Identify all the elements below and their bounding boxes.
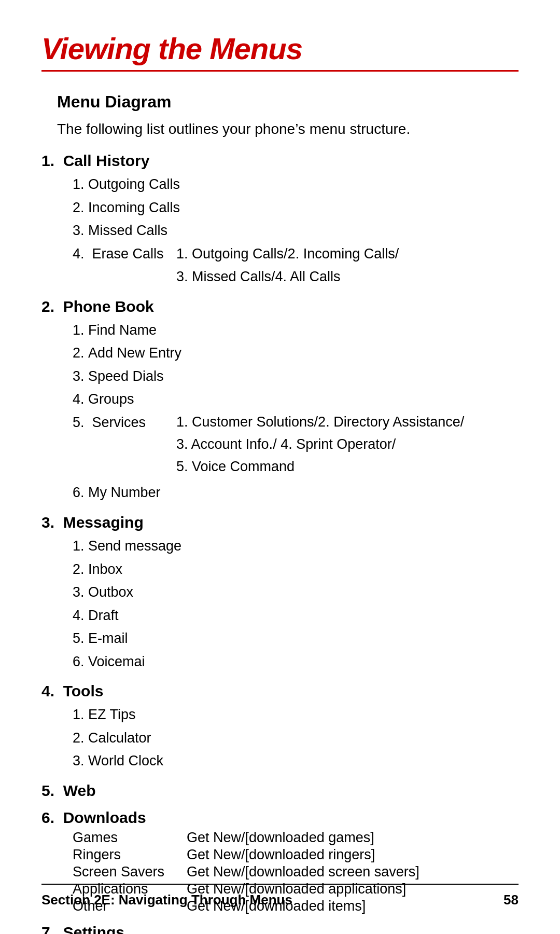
list-item: 4. Draft <box>73 604 519 627</box>
list-item: 1. EZ Tips <box>73 703 519 726</box>
menu-level2-messaging: 1. Send message 2. Inbox 3. Outbox 4. Dr… <box>73 534 519 673</box>
menu-level2-phone-book: 1. Find Name 2. Add New Entry 3. Speed D… <box>73 319 519 504</box>
menu-section-messaging: 3. Messaging 1. Send message 2. Inbox 3.… <box>41 514 519 673</box>
menu-level2-call-history: 1. Outgoing Calls 2. Incoming Calls 3. M… <box>73 173 519 289</box>
list-item: 3. Missed Calls <box>73 219 519 242</box>
list-item: 3. Speed Dials <box>73 365 519 388</box>
menu-level1-header: 5. Web <box>41 782 519 800</box>
title-divider <box>41 70 519 72</box>
list-item: 2. Calculator <box>73 726 519 750</box>
item-label: Incoming Calls <box>88 196 180 219</box>
section-heading: Menu Diagram <box>57 92 519 112</box>
list-item: Screen Savers Get New/[downloaded screen… <box>73 864 519 880</box>
menu-level1-header: 1. Call History <box>41 152 519 170</box>
menu-level1-header: 7. Settings <box>41 924 519 934</box>
item-label: Outgoing Calls <box>88 173 180 196</box>
list-item: 3. World Clock <box>73 749 519 773</box>
menu-section-web: 5. Web <box>41 782 519 800</box>
list-item: 4. Erase Calls 1. Outgoing Calls/2. Inco… <box>73 242 519 289</box>
footer-page-number: 58 <box>503 892 519 908</box>
menu-level2-tools: 1. EZ Tips 2. Calculator 3. World Clock <box>73 703 519 773</box>
list-item: 3. Outbox <box>73 581 519 604</box>
menu-section-settings: 7. Settings 1. Sounds 1. Ringers 1. Voic… <box>41 924 519 934</box>
main-content: Viewing the Menus Menu Diagram The follo… <box>41 31 519 934</box>
list-item: 1. Outgoing Calls <box>73 173 519 196</box>
list-item: 1. Find Name <box>73 319 519 342</box>
list-item: Ringers Get New/[downloaded ringers] <box>73 847 519 863</box>
list-item: 6. My Number <box>73 481 519 504</box>
menu-level1-header: 3. Messaging <box>41 514 519 531</box>
menu-section-call-history: 1. Call History 1. Outgoing Calls 2. Inc… <box>41 152 519 289</box>
list-item: 1. Send message <box>73 534 519 558</box>
page-title: Viewing the Menus <box>41 31 519 66</box>
intro-text: The following list outlines your phone’s… <box>57 121 519 138</box>
footer: Section 2E: Navigating Through Menus 58 <box>41 884 519 908</box>
menu-level1-header: 6. Downloads <box>41 809 519 827</box>
footer-section-label: Section 2E: Navigating Through Menus <box>41 892 292 908</box>
list-item: 5. Services 1. Customer Solutions/2. Dir… <box>73 411 519 478</box>
list-item: 4. Groups <box>73 388 519 411</box>
menu-level1-header: 2. Phone Book <box>41 298 519 315</box>
list-item: 5. E-mail <box>73 627 519 650</box>
list-item: 2. Incoming Calls <box>73 196 519 219</box>
item-label: Missed Calls <box>88 219 167 242</box>
menu-section-tools: 4. Tools 1. EZ Tips 2. Calculator 3. Wor… <box>41 682 519 773</box>
menu-section-phone-book: 2. Phone Book 1. Find Name 2. Add New En… <box>41 298 519 504</box>
menu-level1-header: 4. Tools <box>41 682 519 700</box>
list-item: 2. Add New Entry <box>73 341 519 365</box>
list-item: 6. Voicemai <box>73 650 519 674</box>
list-item: 2. Inbox <box>73 558 519 581</box>
list-item: Games Get New/[downloaded games] <box>73 830 519 846</box>
